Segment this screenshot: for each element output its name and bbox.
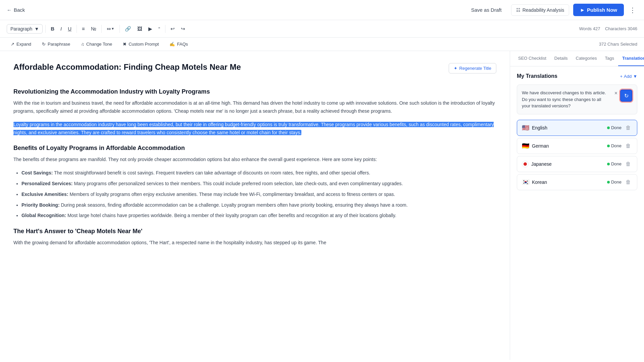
- quote-button[interactable]: “: [156, 24, 162, 33]
- section-heading-1: Revolutionizing the Accommodation Indust…: [13, 88, 496, 95]
- regenerate-title-button[interactable]: ✦ Regenerate Title: [449, 63, 496, 73]
- list-item: Exclusive Amenities: Members of loyalty …: [21, 191, 496, 199]
- done-dot-german: [607, 145, 610, 147]
- panel-tabs: SEO Checklist Details Categories Tags Tr…: [510, 51, 644, 66]
- toolbar-left: Paragraph ▼ B I U ≡ № ⇔ ▼ 🔗 🖼 ▶ “ ↩ ↪: [7, 24, 188, 34]
- change-tone-button[interactable]: ♫ Change Tone: [77, 40, 116, 49]
- lang-name-korean: Korean: [532, 179, 547, 185]
- redo-button[interactable]: ↪: [179, 24, 188, 34]
- regenerate-label: Regenerate Title: [459, 66, 491, 71]
- delete-japanese-button[interactable]: 🗑: [624, 160, 632, 168]
- link-button[interactable]: 🔗: [122, 24, 134, 34]
- sync-close-button[interactable]: ×: [614, 90, 618, 97]
- translations-title: My Translations: [517, 73, 557, 79]
- toolbar-divider-5: [165, 25, 165, 33]
- done-badge-english: Done: [607, 125, 622, 130]
- toolbar-divider-4: [119, 25, 120, 33]
- regenerate-icon: ✦: [454, 66, 457, 71]
- more-options-button[interactable]: ⋮: [628, 5, 637, 15]
- article-title: Affordable Accommodation: Finding Cheap …: [13, 62, 496, 72]
- done-label-korean: Done: [611, 179, 622, 185]
- back-button[interactable]: ← Back: [7, 7, 25, 13]
- italic-button[interactable]: I: [58, 24, 64, 33]
- lang-right-japanese: Done 🗑: [607, 160, 632, 168]
- language-row-german[interactable]: 🇩🇪 German Done 🗑: [517, 138, 637, 154]
- tab-details[interactable]: Details: [550, 51, 572, 66]
- lang-name-japanese: Japanese: [531, 161, 552, 167]
- readability-button[interactable]: ☷ Readability Analysis: [511, 4, 569, 16]
- chevron-down-icon: ▼: [34, 26, 39, 32]
- faqs-icon: ✍: [169, 42, 175, 47]
- delete-english-button[interactable]: 🗑: [624, 124, 632, 132]
- expand-icon: ↗: [11, 42, 14, 47]
- paraphrase-button[interactable]: ↻ Paraphrase: [38, 40, 74, 49]
- expand-button[interactable]: ↗ Expand: [7, 40, 35, 49]
- flag-english: 🇺🇸: [522, 124, 529, 132]
- lang-left-japanese: Japanese: [522, 161, 552, 167]
- right-panel: SEO Checklist Details Categories Tags Tr…: [510, 51, 644, 360]
- faqs-label: FAQs: [177, 42, 188, 47]
- publish-icon: ►: [580, 7, 585, 13]
- delete-german-button[interactable]: 🗑: [624, 142, 632, 150]
- lang-left-german: 🇩🇪 German: [522, 142, 549, 150]
- bold-button[interactable]: B: [48, 24, 57, 33]
- tab-seo-checklist[interactable]: SEO Checklist: [514, 51, 550, 66]
- highlighted-paragraph[interactable]: Loyalty programs in the accommodation in…: [13, 121, 496, 137]
- lang-right-korean: Done 🗑: [607, 178, 632, 186]
- back-arrow-icon: ←: [7, 7, 12, 13]
- underline-button[interactable]: U: [65, 24, 74, 33]
- tone-icon: ♫: [81, 42, 84, 47]
- readability-label: Readability Analysis: [523, 7, 564, 13]
- add-translation-button[interactable]: + Add ▼: [620, 74, 637, 79]
- done-badge-german: Done: [607, 143, 622, 148]
- language-row-korean[interactable]: 🇰🇷 Korean Done 🗑: [517, 174, 637, 190]
- lang-right-german: Done 🗑: [607, 142, 632, 150]
- top-bar-right: Save as Draft ☷ Readability Analysis ► P…: [466, 4, 637, 16]
- done-badge-korean: Done: [607, 179, 622, 185]
- flag-korean: 🇰🇷: [522, 178, 529, 186]
- faqs-button[interactable]: ✍ FAQs: [165, 40, 192, 49]
- paragraph-select[interactable]: Paragraph ▼: [7, 24, 43, 34]
- translations-content: My Translations + Add ▼ We have discover…: [510, 66, 644, 360]
- lang-right-english: Done 🗑: [607, 124, 632, 132]
- toolbar-divider-1: [45, 25, 46, 33]
- top-bar-left: ← Back: [7, 7, 25, 13]
- paraphrase-label: Paraphrase: [48, 42, 70, 47]
- paragraph-label: Paragraph: [10, 26, 32, 32]
- sync-refresh-button[interactable]: ↻: [620, 90, 632, 102]
- done-dot-english: [607, 126, 610, 129]
- benefits-list: Cost Savings: The most straightforward b…: [21, 169, 496, 220]
- undo-button[interactable]: ↩: [168, 24, 177, 34]
- publish-button[interactable]: ► Publish Now: [573, 4, 624, 16]
- sync-notification: We have discovered changes to this artic…: [517, 85, 637, 114]
- sync-actions: × ↻: [614, 90, 632, 102]
- done-label-german: Done: [611, 143, 622, 148]
- top-bar: ← Back Save as Draft ☷ Readability Analy…: [0, 0, 644, 20]
- language-row-english[interactable]: 🇺🇸 English Done 🗑: [517, 120, 637, 136]
- toolbar-divider-3: [101, 25, 102, 33]
- translations-header: My Translations + Add ▼: [517, 73, 637, 79]
- custom-prompt-button[interactable]: ✖ Custom Prompt: [119, 40, 163, 49]
- lang-name-german: German: [532, 143, 549, 149]
- bullet-list-button[interactable]: ≡: [80, 24, 87, 33]
- section-heading-2: Benefits of Loyalty Programs in Affordab…: [13, 145, 496, 152]
- save-draft-button[interactable]: Save as Draft: [466, 4, 507, 15]
- video-button[interactable]: ▶: [146, 24, 155, 34]
- tab-categories[interactable]: Categories: [572, 51, 601, 66]
- refresh-icon: ↻: [624, 93, 629, 99]
- lang-left-english: 🇺🇸 English: [522, 124, 547, 132]
- align-button[interactable]: ⇔ ▼: [104, 24, 117, 34]
- numbered-list-button[interactable]: №: [89, 24, 99, 33]
- add-label: Add: [624, 74, 632, 79]
- tab-tags[interactable]: Tags: [601, 51, 618, 66]
- sync-notification-text: We have discovered changes to this artic…: [522, 90, 610, 109]
- done-label-english: Done: [611, 125, 622, 130]
- body-paragraph-3: With the growing demand for affordable a…: [13, 239, 496, 247]
- delete-korean-button[interactable]: 🗑: [624, 178, 632, 186]
- language-row-japanese[interactable]: Japanese Done 🗑: [517, 156, 637, 172]
- add-chevron-icon: ▼: [633, 74, 637, 79]
- editor-area[interactable]: ✦ Regenerate Title Affordable Accommodat…: [0, 51, 510, 360]
- image-button[interactable]: 🖼: [135, 24, 145, 33]
- tab-translations[interactable]: Translations: [618, 51, 644, 66]
- done-label-japanese: Done: [611, 161, 622, 166]
